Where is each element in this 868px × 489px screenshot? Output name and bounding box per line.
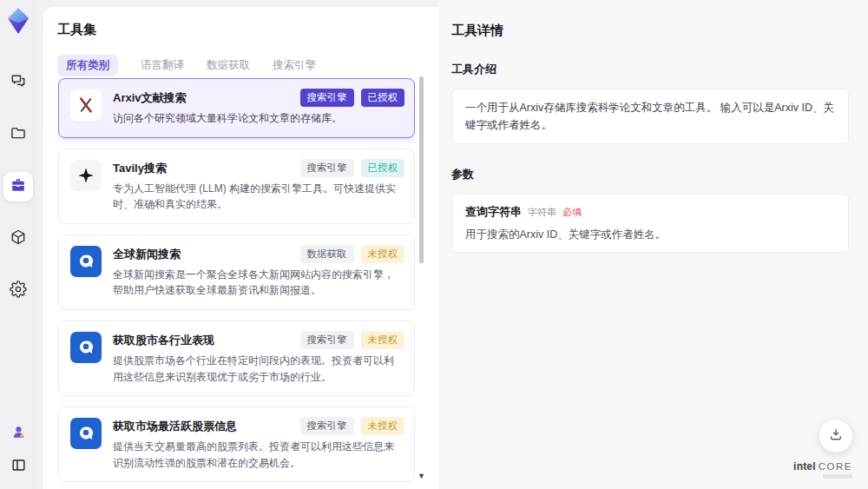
tool-card-list: Arxiv文献搜索 访问各个研究领域大量科学论文和文章的存储库。 搜索引擎 已授… — [58, 78, 415, 489]
param-name: 查询字符串 — [465, 204, 522, 220]
auth-status-badge: 未授权 — [361, 331, 405, 349]
tool-description: 提供股票市场各个行业在特定时间段内的表现。投资者可以利用这些信息来识别表现优于或… — [113, 353, 404, 385]
user-icon — [10, 424, 27, 444]
user-avatar[interactable] — [3, 423, 33, 444]
intel-core-logo: intel CORE — [793, 461, 852, 479]
chat-icon — [10, 72, 27, 93]
intro-text: 一个用于从Arxiv存储库搜索科学论文和文章的工具。 输入可以是Arxiv ID… — [465, 99, 835, 134]
params-heading: 参数 — [451, 167, 868, 182]
briefcase-icon — [10, 176, 27, 197]
scroll-down-icon[interactable]: ▼ — [418, 472, 425, 480]
arxiv-icon — [70, 89, 102, 121]
app-logo-icon — [5, 7, 31, 35]
brand-subtext-bar — [823, 474, 852, 479]
category-badge: 搜索引擎 — [300, 417, 354, 435]
collapse-sidebar-button[interactable] — [3, 456, 33, 477]
tab-search-engine[interactable]: 搜索引擎 — [273, 58, 316, 73]
tool-card-industry-performance[interactable]: 获取股市各行业表现 提供股票市场各个行业在特定时间段内的表现。投资者可以利用这些… — [58, 320, 415, 396]
tool-description: 提供当天交易量最高的股票列表。投资者可以利用这些信息来识别流动性强的股票和潜在的… — [113, 439, 404, 471]
list-scrollbar[interactable]: ▼ — [419, 75, 424, 480]
panel-layout-icon — [10, 457, 27, 477]
intro-heading: 工具介绍 — [451, 62, 868, 77]
tool-description: 专为人工智能代理 (LLM) 构建的搜索引擎工具。可快速提供实时、准确和真实的结… — [113, 181, 404, 213]
cube-icon — [10, 228, 27, 249]
finance-app-icon — [70, 332, 102, 363]
tool-card-global-news[interactable]: 全球新闻搜索 全球新闻搜索是一个聚合全球各大新闻网站内容的搜索引擎，帮助用户快速… — [58, 235, 415, 310]
page-title: 工具集 — [57, 22, 438, 38]
download-button[interactable] — [819, 420, 852, 453]
scrollbar-thumb[interactable] — [419, 76, 424, 263]
tab-all-categories[interactable]: 所有类别 — [57, 55, 118, 76]
param-description: 用于搜索的Arxiv ID、关键字或作者姓名。 — [465, 228, 835, 242]
brand-core: CORE — [819, 462, 852, 472]
tool-description: 全球新闻搜索是一个聚合全球各大新闻网站内容的搜索引擎，帮助用户快速获取全球最新资… — [113, 267, 404, 299]
tool-card-arxiv[interactable]: Arxiv文献搜索 访问各个研究领域大量科学论文和文章的存储库。 搜索引擎 已授… — [58, 78, 415, 138]
news-app-icon — [70, 246, 102, 277]
auth-status-badge: 已授权 — [361, 159, 405, 177]
gear-icon — [10, 281, 27, 301]
category-badge: 数据获取 — [300, 245, 354, 263]
auth-status-badge: 已授权 — [361, 89, 405, 107]
tab-data-acquisition[interactable]: 数据获取 — [207, 58, 250, 73]
brand-intel: intel — [793, 461, 816, 472]
tool-card-active-stocks[interactable]: 获取市场最活跃股票信息 提供当天交易量最高的股票列表。投资者可以利用这些信息来识… — [58, 406, 415, 482]
sidebar-item-settings[interactable] — [3, 276, 33, 306]
tool-detail-panel: 工具详情 工具介绍 一个用于从Arxiv存储库搜索科学论文和文章的工具。 输入可… — [438, 0, 868, 489]
sidebar-item-packages[interactable] — [3, 224, 33, 254]
tool-list-panel: 工具集 所有类别 语言翻译 数据获取 搜索引擎 Arxiv文献搜索 访问各个研究… — [43, 7, 438, 489]
sidebar-item-files[interactable] — [3, 120, 33, 149]
auth-status-badge: 未授权 — [361, 417, 405, 435]
sidebar-item-chat[interactable] — [3, 68, 33, 97]
category-tabs: 所有类别 语言翻译 数据获取 搜索引擎 — [57, 55, 438, 76]
category-badge: 搜索引擎 — [300, 89, 354, 107]
param-required-flag: 必填 — [562, 206, 582, 219]
category-badge: 搜索引擎 — [300, 159, 354, 177]
intro-card: 一个用于从Arxiv存储库搜索科学论文和文章的工具。 输入可以是Arxiv ID… — [451, 89, 849, 144]
finance-app-icon — [70, 418, 102, 449]
tool-description: 访问各个研究领域大量科学论文和文章的存储库。 — [113, 110, 404, 127]
auth-status-badge: 未授权 — [361, 245, 405, 263]
category-badge: 搜索引擎 — [300, 331, 354, 349]
tool-card-tavily[interactable]: Tavily搜索 专为人工智能代理 (LLM) 构建的搜索引擎工具。可快速提供实… — [58, 149, 415, 224]
tab-language-translation[interactable]: 语言翻译 — [141, 58, 184, 73]
left-rail — [0, 0, 36, 489]
folder-icon — [10, 124, 27, 145]
app-window: 工具集 所有类别 语言翻译 数据获取 搜索引擎 Arxiv文献搜索 访问各个研究… — [0, 0, 868, 489]
detail-title: 工具详情 — [451, 23, 868, 39]
param-type: 字符串 — [528, 206, 556, 219]
tavily-star-icon — [70, 160, 102, 191]
sidebar-item-toolbox[interactable] — [3, 172, 33, 202]
download-icon — [828, 426, 844, 446]
parameter-card: 查询字符串 字符串 必填 用于搜索的Arxiv ID、关键字或作者姓名。 — [451, 194, 849, 253]
